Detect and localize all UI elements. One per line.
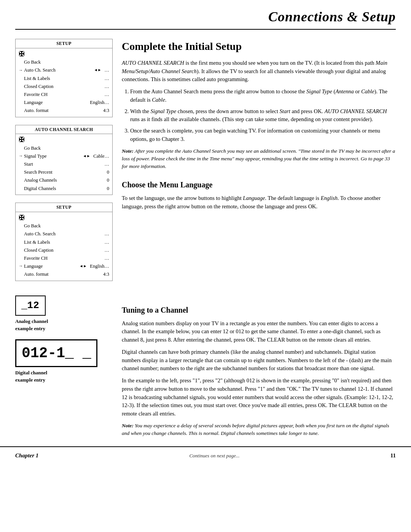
spacer	[19, 239, 24, 245]
digital-channel-label: Digital channelexample entry	[15, 369, 113, 384]
selected-arrow: →	[19, 67, 24, 73]
menu-header-setup-1: SETUP	[16, 39, 112, 48]
lang-body-text: To set the language, use the arrow butto…	[122, 194, 396, 211]
footer-page-number: 11	[390, 452, 396, 460]
main-intro-text: AUTO CHANNEL SEARCH is the first menu yo…	[122, 59, 396, 84]
menu-value: …	[105, 247, 110, 254]
menu-label: Start	[24, 161, 103, 168]
menu-header-autoch: AUTO CHANNEL SEARCH	[16, 125, 112, 134]
spacer	[19, 231, 24, 237]
spacer	[19, 247, 24, 253]
tuning-para1: Analog station numbers display on your T…	[122, 320, 396, 344]
menu-label: Language	[24, 263, 78, 270]
menu-value: 0	[107, 169, 109, 176]
right-column-text: Complete the Initial Setup AUTO CHANNEL …	[122, 39, 396, 289]
menu-label: Closed Caption	[24, 247, 103, 254]
tuning-note: Note: You may experience a delay of seve…	[122, 422, 396, 438]
menu-go-back: Go Back	[19, 222, 109, 230]
menu-label: List & Labels	[24, 75, 103, 82]
setup-steps-list: From the Auto Channel Search menu press …	[122, 88, 396, 144]
menu-value: 4:3	[103, 271, 109, 278]
menu-setup-3: SETUP ✠ Go Back Auto Ch. Search … List &…	[15, 203, 113, 281]
left-column-menus: SETUP ✠ Go Back → Auto Ch. Search ◄► … L…	[15, 39, 122, 289]
menu-row-autoch: → Auto Ch. Search ◄► …	[19, 66, 109, 74]
menu-label: Auto. format	[24, 107, 102, 114]
footer-continues: Continues on next page...	[189, 452, 239, 460]
spacer	[19, 185, 24, 192]
tuning-para3: In the example to the left, press "1", p…	[122, 377, 396, 418]
menu-row-autoformat: Auto. format 4:3	[19, 107, 109, 115]
menu-label: Language	[24, 99, 88, 106]
spacer	[19, 83, 24, 89]
menu-value: 0	[107, 185, 109, 192]
menu-dpad-row: ✠	[19, 136, 109, 144]
menu-row-cc2: Closed Caption …	[19, 246, 109, 254]
selected-arrow: →	[19, 263, 24, 269]
menu-dpad-row: ✠	[19, 50, 109, 58]
menu-value: Cable…	[93, 153, 109, 160]
menu-row-closedcaption: Closed Caption …	[19, 82, 109, 90]
lr-arrows: ◄►	[94, 67, 102, 73]
menu-value: …	[105, 255, 110, 262]
dpad-icon: ✠	[19, 51, 24, 58]
analog-channel-value: _12	[21, 300, 39, 311]
spacer	[19, 99, 24, 105]
footer-chapter: Chapter 1	[15, 452, 38, 460]
step-2: With the Signal Type chosen, press the d…	[130, 107, 396, 124]
menu-label: Digital Channels	[24, 185, 105, 192]
menu-value: …	[105, 91, 110, 98]
menu-label: Favorite CH	[24, 255, 103, 262]
menu-value: …	[105, 161, 110, 168]
menu-row-favch: Favorite CH …	[19, 90, 109, 98]
digital-channel-value: 012-1_ _	[22, 345, 91, 361]
lang-section-title: Choose the Menu Language	[122, 179, 396, 190]
page-header: Connections & Setup	[0, 0, 411, 27]
menu-row-listlabels: List & Labels …	[19, 74, 109, 82]
menu-label: List & Labels	[24, 239, 103, 246]
menu-go-back: Go Back	[19, 58, 109, 66]
menu-row-lang2: → Language ◄► English…	[19, 262, 109, 270]
menu-row-start: Start …	[19, 160, 109, 168]
menu-row-digitalch: Digital Channels 0	[19, 184, 109, 192]
dpad-icon: ✠	[19, 136, 24, 143]
dpad-icon: ✠	[19, 214, 24, 221]
menu-label: Search Percent	[24, 169, 105, 176]
lower-content-area: _12 Analog channelexample entry 012-1_ _…	[0, 289, 411, 438]
digital-channel-box: 012-1_ _	[15, 339, 113, 369]
menu-row-analogch: Analog Channels 0	[19, 176, 109, 184]
spacer	[19, 169, 24, 175]
spacer	[19, 107, 24, 113]
analog-channel-display: _12	[15, 296, 46, 316]
menu-go-back: Go Back	[19, 144, 109, 152]
analog-channel-box: _12	[15, 296, 113, 318]
step-1: From the Auto Channel Search menu press …	[130, 88, 396, 104]
menu-label: Auto. format	[24, 271, 102, 278]
lr-arrows: ◄►	[80, 264, 87, 269]
menu-value: English…	[90, 99, 109, 106]
menu-row-autoformat2: Auto. format 4:3	[19, 270, 109, 278]
spacer	[19, 177, 24, 184]
setup-note: Note: After you complete the Auto Channe…	[122, 147, 396, 171]
menu-value: 4:3	[103, 107, 109, 114]
menu-label: Closed Caption	[24, 83, 103, 90]
menu-row-searchpercent: Search Percent 0	[19, 168, 109, 176]
main-content-area: SETUP ✠ Go Back → Auto Ch. Search ◄► … L…	[0, 30, 411, 289]
step-3: Once the search is complete, you can beg…	[130, 127, 396, 144]
menu-value: …	[105, 75, 110, 82]
menu-value: …	[105, 230, 110, 237]
lr-arrows: ◄►	[83, 153, 91, 159]
menu-label: Auto Ch. Search	[24, 67, 92, 73]
page-footer: Chapter 1 Continues on next page... 11	[0, 446, 411, 464]
menu-label: Signal Type	[24, 153, 81, 160]
menu-body-autoch: ✠ Go Back → Signal Type ◄► Cable… Start …	[16, 134, 112, 195]
analog-channel-label: Analog channelexample entry	[15, 318, 113, 332]
spacer	[19, 91, 24, 97]
menu-label: Auto Ch. Search	[24, 230, 103, 237]
main-section-title: Complete the Initial Setup	[122, 39, 396, 54]
spacer	[19, 271, 24, 277]
spacer	[19, 255, 24, 261]
menu-body-setup-1: ✠ Go Back → Auto Ch. Search ◄► … List & …	[16, 48, 112, 117]
menu-row-signaltype: → Signal Type ◄► Cable…	[19, 152, 109, 160]
menu-autoch-search: AUTO CHANNEL SEARCH ✠ Go Back → Signal T…	[15, 125, 113, 195]
menu-dpad-row: ✠	[19, 214, 109, 222]
